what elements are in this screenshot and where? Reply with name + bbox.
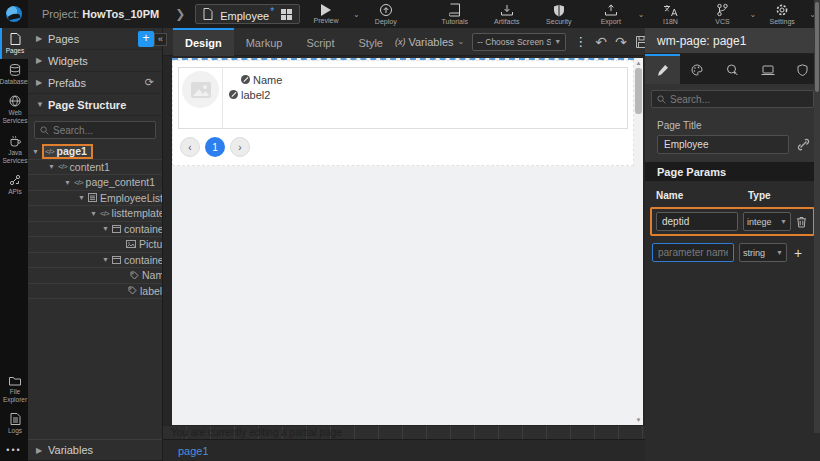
tree-node-name[interactable]: Name (28, 268, 162, 284)
wavemaker-logo-icon (6, 6, 22, 22)
breadcrumb-page1[interactable]: page1 (178, 445, 209, 457)
tab-inspect[interactable] (715, 54, 750, 84)
globe-icon (9, 95, 21, 107)
list-item-template[interactable]: Name label2 (178, 67, 628, 129)
export-dropdown-icon[interactable]: ⌄ (638, 10, 645, 19)
add-param-button[interactable]: + (792, 245, 804, 261)
chevron-right-icon[interactable]: ❯ (175, 7, 185, 21)
picture-cell[interactable] (179, 68, 223, 128)
name-label-widget[interactable]: Name (229, 72, 621, 87)
structure-search-input[interactable]: Search... (34, 121, 156, 139)
tree-node-page1[interactable]: ▼ </> page1 (28, 144, 162, 160)
bind-link-icon[interactable] (797, 138, 810, 151)
caret-down-icon: ▼ (64, 179, 74, 186)
tab-script[interactable]: Script (294, 28, 346, 56)
pagination-next-button[interactable]: › (230, 137, 250, 157)
page-switcher-icon[interactable] (281, 9, 292, 20)
collapse-sidebar-button[interactable]: « (154, 33, 167, 46)
code-icon: </> (100, 209, 109, 218)
rail-item-apis[interactable]: APIs (0, 169, 28, 200)
i18n-button[interactable]: I18N (653, 4, 687, 25)
param-row-deptid: intege ▼ (650, 207, 815, 236)
rail-item-java-services[interactable]: Java Services (0, 130, 28, 169)
scroll-down-icon[interactable]: ▼ (636, 415, 642, 425)
tree-node-content1[interactable]: ▼ </> content1 (28, 160, 162, 176)
section-prefabs[interactable]: ▶ Prefabs ⟳ (28, 72, 162, 94)
tree-node-page-content1[interactable]: ▼ </> page_content1 (28, 175, 162, 191)
caret-down-icon: ▼ (90, 210, 100, 217)
preview-dropdown-icon[interactable]: ⌄ (353, 10, 360, 19)
page-title-input[interactable] (657, 135, 789, 154)
panel-scrollbar[interactable] (814, 0, 820, 433)
scroll-up-icon[interactable]: ▲ (636, 58, 642, 68)
scrollbar-thumb[interactable] (635, 68, 642, 114)
new-param-name-input[interactable] (652, 243, 734, 262)
page-preview[interactable]: Name label2 ‹ 1 › (172, 58, 634, 425)
tab-design[interactable]: Design (173, 28, 234, 56)
pencil-icon (657, 64, 669, 76)
add-page-button[interactable]: + (138, 31, 154, 47)
tree-node-picture[interactable]: Picture (28, 237, 162, 253)
bind-indicator-icon (229, 90, 238, 99)
bind-indicator-icon (241, 75, 250, 84)
security-button[interactable]: Security (542, 4, 576, 25)
param-name-input[interactable] (656, 212, 738, 231)
deploy-button[interactable]: Deploy (369, 3, 403, 25)
variables-button[interactable]: (x) Variables ⌄ (395, 36, 464, 48)
list-widget[interactable]: Name label2 ‹ 1 › (172, 60, 634, 166)
label2-widget[interactable]: label2 (229, 87, 621, 102)
tree-node-label2[interactable]: label2 (28, 284, 162, 300)
export-button[interactable]: Export (594, 4, 628, 25)
tab-style[interactable]: Style (347, 28, 395, 56)
folder-icon (9, 376, 21, 386)
deploy-icon (379, 3, 393, 17)
redo-icon[interactable]: ↷ (615, 35, 627, 49)
tutorials-button[interactable]: Tutorials (438, 3, 472, 25)
project-name: Project: HowTos_10PM (42, 8, 159, 20)
tree-node-listtemplate1[interactable]: ▼ </> listtemplate1 (28, 206, 162, 222)
rail-item-file-explorer[interactable]: File Explorer (0, 371, 28, 408)
section-widgets[interactable]: ▶ Widgets (28, 50, 162, 72)
tab-properties[interactable] (645, 54, 680, 84)
magnifier-cursor-icon (726, 64, 739, 77)
open-page-tab[interactable]: Employee* (195, 4, 300, 24)
canvas-area: Design Markup Script Style (x) Variables… (163, 28, 645, 461)
section-pages[interactable]: ▶ Pages + (28, 28, 162, 50)
undo-icon[interactable]: ↶ (595, 35, 607, 49)
play-icon (321, 4, 331, 16)
top-bar: Project: HowTos_10PM ❯ Employee* Preview… (0, 0, 820, 28)
rail-item-logs[interactable]: Logs (0, 408, 28, 439)
param-type-select[interactable]: intege ▼ (743, 212, 791, 231)
rail-item-web-services[interactable]: Web Services (0, 90, 28, 129)
canvas-scrollbar[interactable]: ▲ ▼ (634, 58, 643, 425)
new-param-type-select[interactable]: string ▼ (739, 243, 787, 262)
tree-node-container1[interactable]: ▼ container1 (28, 222, 162, 238)
more-options-icon[interactable]: ⋮ (574, 34, 587, 49)
tree-node-container2[interactable]: ▼ container2 (28, 253, 162, 269)
app-logo[interactable] (0, 0, 28, 28)
artifacts-button[interactable]: Artifacts (490, 4, 524, 25)
rail-more-button[interactable]: ••• (0, 439, 28, 461)
screen-size-select[interactable]: -- Choose Screen Size -- ▼ (472, 33, 566, 51)
shield-outline-icon (797, 64, 808, 76)
vcs-dropdown-icon[interactable]: ⌄ (749, 10, 756, 19)
settings-button[interactable]: Settings (765, 3, 799, 25)
properties-search-input[interactable]: Search... (651, 90, 814, 108)
rail-item-databases[interactable]: Databases (0, 59, 28, 90)
pagination-prev-button[interactable]: ‹ (180, 137, 200, 157)
tab-styles[interactable] (680, 54, 715, 84)
caret-down-icon: ▼ (78, 194, 88, 201)
pagination-page-1[interactable]: 1 (205, 137, 225, 157)
caret-right-icon: ▶ (36, 34, 48, 43)
vcs-button[interactable]: VCS (705, 3, 739, 25)
tab-markup[interactable]: Markup (234, 28, 295, 56)
tab-device[interactable] (750, 54, 785, 84)
preview-button[interactable]: Preview (309, 4, 343, 24)
scrollbar-thumb[interactable] (815, 2, 819, 92)
tree-node-employeelist1[interactable]: ▼ EmployeeList1 (28, 191, 162, 207)
section-variables[interactable]: ▶ Variables (28, 439, 162, 461)
rail-item-pages[interactable]: Pages (0, 28, 28, 59)
refresh-icon[interactable]: ⟳ (145, 76, 154, 89)
section-page-structure[interactable]: ▼ Page Structure (28, 94, 162, 116)
delete-param-icon[interactable] (796, 216, 807, 228)
